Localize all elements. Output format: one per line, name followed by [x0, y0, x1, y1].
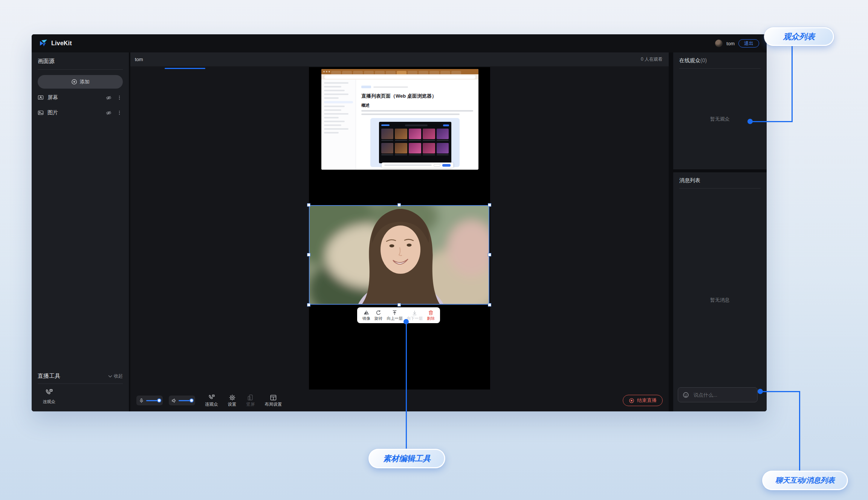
- collapse-toggle[interactable]: 收起: [108, 373, 123, 379]
- resize-handle[interactable]: [488, 303, 491, 307]
- send-backward-button[interactable]: 向下一层: [407, 310, 423, 321]
- livekit-logo-icon: [39, 39, 48, 48]
- annotation-material-editor: 素材编辑工具: [368, 449, 445, 468]
- connect-audience-label: 连观众: [43, 399, 55, 405]
- settings-button[interactable]: 设置: [228, 394, 237, 407]
- user-avatar[interactable]: [715, 40, 723, 47]
- source-row-screen[interactable]: 屏幕: [32, 90, 129, 105]
- doc-embedded-screenshot: [370, 118, 460, 167]
- audience-panel: 在线观众(0) 暂无观众: [673, 52, 767, 169]
- send-backward-icon: [412, 310, 417, 316]
- right-column: 在线观众(0) 暂无观众 消息列表 暂无消息: [673, 52, 767, 411]
- plus-circle-icon: [71, 79, 77, 85]
- audience-count: (0): [700, 57, 707, 63]
- audience-panel-title: 在线观众(0): [673, 52, 767, 68]
- topbar: LiveKit tom 退出: [32, 34, 767, 52]
- resize-handle[interactable]: [307, 253, 310, 256]
- resize-handle[interactable]: [397, 203, 401, 207]
- doc-heading: 概述: [361, 103, 473, 108]
- kebab-menu-icon[interactable]: [116, 94, 123, 101]
- end-live-button[interactable]: 结束直播: [623, 395, 663, 406]
- image-icon: [38, 110, 44, 116]
- speaker-icon: [171, 398, 176, 403]
- annotation-connector: [792, 45, 793, 122]
- screen-icon: [38, 95, 44, 101]
- annotation-dot: [758, 389, 763, 394]
- resize-handle[interactable]: [488, 203, 491, 207]
- phone-chat-icon: [208, 394, 215, 401]
- live-tools-section: 直播工具 收起: [32, 368, 129, 411]
- messages-empty-state: 暂无消息: [673, 189, 767, 411]
- username: tom: [726, 41, 735, 46]
- annotation-connector: [761, 391, 800, 392]
- sources-panel-title: 画面源: [32, 52, 129, 69]
- speaker-volume-slider[interactable]: [169, 396, 195, 405]
- phone-chat-icon: [45, 388, 53, 397]
- source-label: 屏幕: [47, 94, 101, 101]
- visibility-off-icon[interactable]: [105, 109, 112, 117]
- active-tab-indicator: [165, 68, 205, 69]
- add-source-label: 添加: [80, 78, 90, 85]
- divider: [38, 69, 123, 70]
- topbar-right: tom 退出: [715, 39, 759, 48]
- kebab-menu-icon[interactable]: [116, 109, 123, 116]
- livekit-app-window: LiveKit tom 退出 画面源 添加: [32, 34, 767, 411]
- annotation-dot: [403, 319, 409, 324]
- end-live-label: 结束直播: [637, 397, 657, 404]
- messages-panel: 消息列表 暂无消息: [673, 172, 767, 411]
- mirror-button[interactable]: 镜像: [362, 310, 370, 321]
- source-row-image[interactable]: 图片: [32, 105, 129, 120]
- resize-handle[interactable]: [488, 253, 491, 256]
- portrait-screen-icon: [247, 394, 254, 401]
- mic-slider-knob[interactable]: [157, 399, 161, 403]
- gear-icon: [229, 394, 236, 401]
- page: LiveKit tom 退出 画面源 添加: [0, 0, 868, 500]
- bring-forward-icon: [392, 310, 397, 316]
- mic-volume-slider[interactable]: [136, 396, 163, 405]
- mic-icon: [139, 398, 144, 403]
- image-source-selected[interactable]: [309, 205, 489, 305]
- live-tools-title: 直播工具: [38, 373, 60, 380]
- stage[interactable]: 直播列表页面（Web 桌面浏览器） 概述: [309, 67, 490, 390]
- annotation-connector: [799, 391, 800, 471]
- rotate-button[interactable]: 旋转: [374, 310, 382, 321]
- add-source-button[interactable]: 添加: [38, 75, 123, 89]
- mirror-icon: [364, 310, 369, 316]
- annotation-chat-list: 聊天互动/消息列表: [762, 471, 848, 490]
- doc-content: 直播列表页面（Web 桌面浏览器） 概述: [356, 80, 478, 170]
- resize-handle[interactable]: [307, 203, 310, 207]
- logout-button[interactable]: 退出: [738, 39, 759, 48]
- doc-sidebar: [321, 80, 356, 170]
- material-edit-toolbar: 镜像 旋转: [357, 307, 440, 323]
- layout-settings-button[interactable]: 布局设置: [265, 394, 282, 407]
- resize-handle[interactable]: [397, 303, 401, 307]
- divider: [38, 383, 123, 384]
- portrait-mode-button[interactable]: 竖屏: [246, 394, 255, 407]
- layout-icon: [270, 394, 277, 401]
- annotation-connector: [752, 121, 793, 122]
- bring-forward-button[interactable]: 向上一层: [387, 310, 402, 321]
- annotation-audience-list: 观众列表: [764, 27, 834, 46]
- connect-audience-tool[interactable]: 连观众: [37, 388, 61, 405]
- connect-audience-button[interactable]: 连观众: [205, 394, 218, 407]
- live-tools-header: 直播工具 收起: [32, 368, 129, 383]
- mic-slider-track[interactable]: [146, 400, 159, 401]
- presenter-tab[interactable]: tom: [135, 57, 143, 62]
- screen-source-preview[interactable]: 直播列表页面（Web 桌面浏览器） 概述: [321, 69, 478, 170]
- chevron-down-icon: [108, 375, 112, 378]
- visibility-off-icon[interactable]: [105, 94, 112, 101]
- canvas-header: tom 0 人在观看: [130, 52, 669, 66]
- brand-name: LiveKit: [51, 40, 72, 47]
- viewer-count: 0 人在观看: [641, 56, 663, 63]
- brand: LiveKit: [39, 39, 72, 48]
- speaker-slider-knob[interactable]: [189, 399, 194, 403]
- delete-button[interactable]: 删除: [427, 310, 435, 321]
- resize-handle[interactable]: [307, 303, 310, 307]
- chat-input-box[interactable]: [678, 387, 758, 402]
- canvas-area: tom 0 人在观看: [130, 52, 669, 411]
- chat-input[interactable]: [693, 392, 761, 398]
- source-label: 图片: [47, 109, 101, 116]
- annotation-dot: [747, 119, 753, 124]
- emoji-icon[interactable]: [683, 392, 689, 398]
- speaker-slider-track[interactable]: [179, 400, 191, 401]
